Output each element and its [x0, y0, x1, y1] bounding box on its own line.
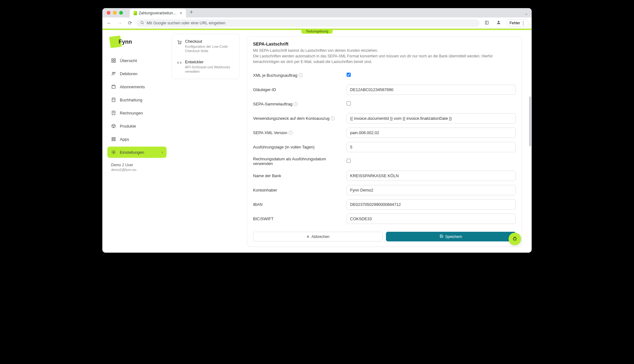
scrollbar[interactable] [529, 30, 531, 251]
holder-input[interactable] [347, 185, 516, 195]
svg-line-31 [514, 240, 514, 240]
user-info[interactable]: Demo 2 User demo2@fynn.eu [102, 160, 172, 175]
tab-title: Zahlungsverarbeitung - Fynn V [139, 11, 178, 15]
search-icon [140, 21, 144, 26]
minimize-window[interactable] [113, 11, 117, 15]
svg-line-1 [143, 23, 144, 24]
tabs-dropdown-icon[interactable]: ⌄ [525, 11, 528, 16]
svg-rect-6 [114, 59, 115, 60]
address-placeholder: Mit Google suchen oder eine URL eingeben [147, 21, 225, 25]
batch-checkbox[interactable] [347, 101, 351, 105]
svg-rect-12 [112, 98, 115, 102]
install-icon[interactable] [483, 19, 491, 27]
svg-rect-21 [114, 139, 115, 141]
info-icon[interactable]: i [289, 131, 293, 135]
calculator-icon [111, 97, 116, 102]
close-icon: ✕ [306, 235, 310, 239]
sidebar-item-invoices[interactable]: Rechnungen [107, 107, 167, 119]
close-tab-icon[interactable]: × [180, 11, 182, 16]
subnav-item-checkout[interactable]: Checkout Konfiguration der Low-Code Chec… [172, 36, 239, 56]
tab-favicon [134, 11, 137, 15]
logo-text: Fynn [119, 39, 132, 45]
bic-input[interactable] [347, 214, 516, 224]
users-icon [111, 71, 116, 76]
use-invoice-date-checkbox[interactable] [347, 159, 351, 163]
new-tab-button[interactable]: + [190, 9, 193, 16]
sidebar-item-apps[interactable]: Apps [107, 133, 167, 145]
cancel-button[interactable]: ✕ Abbrechen [253, 232, 383, 241]
svg-rect-20 [112, 139, 113, 141]
svg-point-4 [498, 21, 499, 22]
svg-point-9 [112, 72, 114, 73]
xml-job-checkbox[interactable] [347, 73, 351, 77]
sidebar: Fynn Übersicht Debitoren Abonnements [102, 29, 172, 253]
maximize-window[interactable] [119, 11, 123, 15]
subnav-item-developer[interactable]: Entwickler API-Schlüssel und Webhooks ve… [172, 56, 239, 77]
gear-icon [111, 150, 116, 155]
bug-icon [512, 235, 518, 243]
info-icon[interactable]: i [294, 102, 298, 106]
env-badge: Testumgebung [301, 29, 333, 34]
profile-icon[interactable] [494, 19, 503, 27]
close-window[interactable] [107, 11, 110, 15]
svg-point-22 [113, 152, 114, 153]
cart-icon [177, 40, 182, 45]
reload-button[interactable]: ⟳ [127, 19, 133, 27]
cube-icon [111, 124, 116, 129]
back-button[interactable]: ← [105, 19, 113, 27]
logo[interactable]: Fynn [110, 36, 164, 47]
xml-version-input[interactable] [347, 128, 516, 138]
info-icon[interactable]: i [299, 73, 303, 77]
menu-dots-icon: ⋮ [521, 21, 525, 25]
svg-point-24 [180, 43, 181, 44]
creditor-id-input[interactable] [347, 85, 516, 95]
svg-line-32 [516, 240, 516, 240]
dashboard-icon [111, 58, 116, 63]
svg-point-25 [514, 237, 516, 240]
svg-point-10 [114, 72, 115, 73]
chevron-right-icon: › [162, 150, 163, 154]
purpose-input[interactable] [347, 113, 516, 124]
svg-rect-18 [112, 138, 113, 139]
sidebar-item-settings[interactable]: Einstellungen › [107, 147, 167, 158]
document-icon [111, 110, 116, 115]
sepa-title: SEPA-Lastschrift [253, 41, 516, 46]
svg-rect-7 [112, 61, 113, 62]
svg-rect-11 [112, 86, 115, 89]
svg-rect-5 [112, 59, 113, 60]
sepa-description: Mit SEPA-Lastschrift kannst du Lastschri… [253, 48, 516, 65]
svg-rect-3 [485, 21, 486, 24]
scrollbar-thumb[interactable] [529, 96, 531, 146]
feedback-fab[interactable] [509, 233, 521, 245]
sidebar-item-products[interactable]: Produkte [107, 120, 167, 132]
browser-tab[interactable]: Zahlungsverarbeitung - Fynn V × [130, 9, 186, 17]
box-icon [111, 84, 116, 89]
bank-name-input[interactable] [347, 171, 516, 181]
exec-days-input[interactable] [347, 142, 516, 152]
error-indicator[interactable]: Fehler ⋮ [506, 19, 529, 27]
sidebar-item-debtors[interactable]: Debitoren [107, 68, 167, 79]
sidebar-item-overview[interactable]: Übersicht [107, 55, 167, 66]
info-icon[interactable]: i [331, 116, 335, 120]
code-icon [177, 60, 182, 65]
grid-icon [111, 137, 116, 142]
save-icon [440, 234, 443, 239]
svg-rect-8 [114, 61, 115, 62]
svg-point-0 [141, 21, 143, 24]
svg-rect-19 [114, 138, 115, 139]
sidebar-item-subscriptions[interactable]: Abonnements [107, 81, 167, 92]
forward-button[interactable]: → [116, 19, 124, 27]
address-bar[interactable]: Mit Google suchen oder eine URL eingeben [136, 19, 480, 27]
svg-point-23 [178, 43, 179, 44]
sidebar-item-accounting[interactable]: Buchhaltung [107, 94, 167, 105]
save-button[interactable]: Speichern [386, 232, 516, 241]
iban-input[interactable] [347, 199, 516, 210]
